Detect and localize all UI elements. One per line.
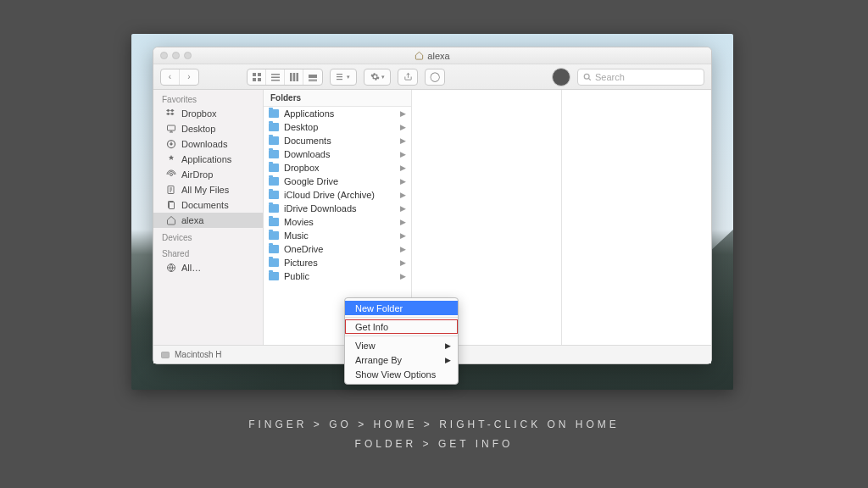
chevron-right-icon: ▶ [400,245,406,253]
svg-rect-3 [258,78,261,81]
folder-row[interactable]: Documents▶ [264,134,411,147]
user-avatar[interactable] [552,68,570,86]
menu-item-show-view-options[interactable]: Show View Options [345,367,458,381]
svg-rect-0 [253,73,256,76]
svg-rect-17 [167,125,175,130]
folder-icon [269,218,279,226]
menu-separator [345,336,458,336]
folder-row[interactable]: Public▶ [264,269,411,283]
menu-item-label: Arrange By [355,355,402,365]
coverflow-view-button[interactable] [303,69,322,85]
menu-item-new-folder[interactable]: New Folder [345,301,458,315]
folder-icon [269,150,279,158]
home-icon [415,51,424,60]
menu-item-view[interactable]: View▶ [345,338,458,352]
svg-point-16 [584,74,589,79]
sidebar-item-all-my-files[interactable]: All My Files [153,182,263,197]
folder-label: Pictures [284,258,318,268]
list-view-button[interactable] [266,69,285,85]
sidebar-item-dropbox[interactable]: Dropbox [153,106,263,121]
folder-row[interactable]: Downloads▶ [264,147,411,161]
menu-item-get-info[interactable]: Get Info [345,319,458,334]
search-field[interactable]: Search [577,69,704,86]
folder-row[interactable]: Movies▶ [264,215,411,229]
chevron-right-icon: ▶ [400,191,406,199]
back-button[interactable]: ‹ [161,69,180,85]
window-title-text: alexa [427,51,449,61]
chevron-right-icon: ▶ [400,177,406,186]
folder-row[interactable]: Google Drive▶ [264,175,411,188]
tags-button[interactable]: ◯ [425,69,445,86]
menu-item-arrange-by[interactable]: Arrange By▶ [345,352,458,367]
svg-rect-10 [309,75,317,78]
sidebar-item-label: Applications [181,154,231,164]
svg-rect-6 [271,80,280,81]
svg-rect-11 [309,79,317,80]
chevron-right-icon: ▶ [400,123,406,131]
chevron-right-icon: ▶ [400,164,406,172]
sidebar-item-applications[interactable]: Applications [153,152,263,167]
folder-row[interactable]: iDrive Downloads▶ [264,202,411,215]
folder-row[interactable]: Applications▶ [264,107,411,120]
folder-icon [269,123,279,131]
svg-rect-9 [296,73,298,81]
column-header: Folders [264,90,411,107]
titlebar[interactable]: alexa [153,47,711,64]
folder-row[interactable]: Desktop▶ [264,120,411,134]
folder-row[interactable]: iCloud Drive (Archive)▶ [264,188,411,202]
sidebar-item-label: Desktop [181,124,215,134]
sidebar-item-alexa[interactable]: alexa [153,213,263,228]
chevron-right-icon: ▶ [445,356,451,364]
sidebar-section-header: Shared [153,244,263,260]
column-view-button[interactable] [285,69,303,85]
path-label: Macintosh H [175,350,222,359]
dropbox-icon [165,108,176,119]
nav-buttons: ‹ › [160,69,199,86]
airdrop-icon [165,169,176,180]
svg-rect-12 [309,80,317,81]
svg-point-19 [170,174,172,176]
menu-item-label: New Folder [355,303,403,313]
svg-rect-2 [253,78,256,81]
folder-icon [269,191,279,199]
folder-label: OneDrive [284,244,323,254]
folder-label: Documents [284,136,331,146]
folder-label: Movies [284,217,314,227]
folder-row[interactable]: Music▶ [264,229,411,242]
menu-item-label: Show View Options [355,369,436,380]
arrange-dropdown[interactable]: ▾ [330,69,357,86]
toolbar: ‹ › ▾ [153,64,711,90]
forward-button[interactable]: › [180,69,198,85]
downloads-icon [165,139,176,150]
chevron-right-icon: ▶ [400,136,406,145]
chevron-right-icon: ▶ [400,258,406,267]
folder-label: Dropbox [284,163,320,173]
folder-icon [269,136,279,145]
caption: FINGER > GO > HOME > RIGHT-CLICK ON HOME… [0,415,868,454]
folder-label: Music [284,230,309,241]
folder-row[interactable]: Dropbox▶ [264,161,411,175]
sidebar-item-airdrop[interactable]: AirDrop [153,167,263,182]
chevron-right-icon: ▶ [400,150,406,158]
icon-view-button[interactable] [248,69,266,85]
svg-rect-22 [169,202,174,209]
chevron-right-icon: ▶ [400,231,406,240]
chevron-right-icon: ▶ [400,204,406,213]
sidebar-item-documents[interactable]: Documents [153,197,263,213]
action-dropdown[interactable]: ▾ [364,69,391,86]
share-button[interactable] [398,69,418,86]
sidebar-item-label: Downloads [181,139,227,149]
folder-row[interactable]: OneDrive▶ [264,242,411,256]
folder-label: Downloads [284,149,330,159]
sidebar-item-desktop[interactable]: Desktop [153,121,263,136]
folder-label: iDrive Downloads [284,203,357,214]
applications-icon [165,154,176,165]
documents-icon [165,200,176,211]
sidebar-item-label: alexa [181,215,203,225]
empty-column-2[interactable] [562,90,711,345]
svg-rect-13 [337,74,342,75]
sidebar-item-all-[interactable]: All… [153,260,263,275]
sidebar-item-downloads[interactable]: Downloads [153,136,263,152]
folder-row[interactable]: Pictures▶ [264,256,411,269]
folder-icon [269,272,279,280]
